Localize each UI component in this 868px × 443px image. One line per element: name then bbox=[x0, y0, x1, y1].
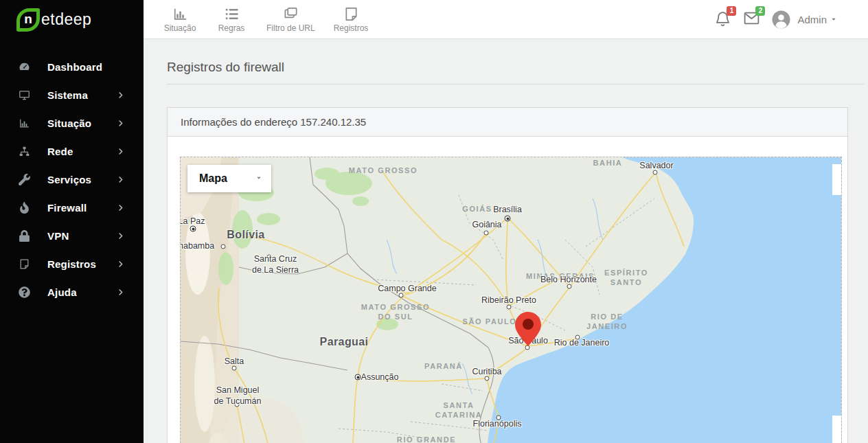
city-marker bbox=[575, 335, 580, 340]
netdeep-leaf-icon: n bbox=[16, 8, 40, 32]
file-icon bbox=[343, 5, 359, 22]
map-canvas[interactable]: MATO GROSSOBAHIASalvadorGOIÁSBrasíliaGoi… bbox=[180, 157, 842, 443]
topbar-shortcuts: Situação Regras Filtro de URL Registros bbox=[144, 5, 368, 33]
sidebar-item-situacao[interactable]: Situação bbox=[0, 109, 144, 137]
main-content: Registros do firewall Informações do end… bbox=[144, 39, 868, 443]
city-marker bbox=[232, 366, 237, 371]
topbar-right: 1 2 Admin bbox=[714, 10, 868, 30]
sidebar-item-sistema[interactable]: Sistema bbox=[0, 81, 144, 109]
bar-chart-icon bbox=[172, 5, 188, 22]
sidebar-item-firewall[interactable]: Firewall bbox=[0, 194, 144, 222]
brand-logo[interactable]: n etdeep bbox=[0, 0, 144, 39]
sidebar-item-label: Firewall bbox=[47, 202, 87, 214]
user-name: Admin bbox=[797, 14, 827, 25]
gauge-icon bbox=[19, 61, 31, 73]
city-marker bbox=[221, 245, 226, 249]
city-marker bbox=[653, 170, 658, 175]
map-type-control[interactable]: Mapa bbox=[187, 165, 271, 192]
city-marker bbox=[567, 284, 572, 289]
city-marker bbox=[355, 374, 361, 380]
topbar: Situação Regras Filtro de URL Registros bbox=[144, 0, 868, 39]
brand-text: etdeep bbox=[41, 10, 91, 29]
topbar-item-label: Regras bbox=[218, 23, 245, 33]
topbar-item-label: Situação bbox=[164, 23, 196, 33]
city-marker bbox=[267, 255, 272, 260]
panel-title: Informações do endereço 157.240.12.35 bbox=[168, 108, 847, 137]
application-window: { "brand": { "n": "n", "rest": "etdeep" … bbox=[0, 0, 868, 443]
city-marker bbox=[496, 416, 501, 420]
sidebar-item-dashboard[interactable]: Dashboard bbox=[0, 53, 144, 81]
messages-button[interactable]: 2 bbox=[743, 10, 760, 30]
topbar-item-registros[interactable]: Registros bbox=[334, 5, 369, 33]
sidebar-item-label: Ajuda bbox=[47, 286, 77, 298]
city-marker bbox=[505, 216, 511, 222]
zoom-control-partial[interactable] bbox=[832, 416, 841, 443]
title-divider bbox=[167, 84, 864, 84]
chevron-right-icon bbox=[117, 288, 124, 296]
fullscreen-control-partial[interactable] bbox=[832, 164, 841, 195]
sidebar-item-label: VPN bbox=[47, 230, 69, 242]
chevron-down-icon bbox=[830, 14, 838, 25]
caret-down-icon bbox=[255, 172, 263, 185]
flame-icon bbox=[19, 202, 31, 214]
messages-badge: 2 bbox=[755, 6, 765, 16]
bar-chart-icon bbox=[19, 117, 31, 130]
sidebar-item-label: Registros bbox=[47, 258, 96, 270]
sidebar-item-rede[interactable]: Rede bbox=[0, 137, 144, 166]
chevron-right-icon bbox=[117, 120, 124, 127]
sidebar-item-servicos[interactable]: Serviços bbox=[0, 166, 144, 194]
sidebar-item-label: Situação bbox=[47, 117, 91, 129]
map-artwork bbox=[181, 157, 841, 443]
sidebar-item-label: Dashboard bbox=[47, 61, 102, 73]
sidebar-item-ajuda[interactable]: Ajuda bbox=[0, 278, 144, 306]
chevron-right-icon bbox=[117, 204, 124, 212]
city-marker bbox=[235, 402, 240, 407]
notifications-button[interactable]: 1 bbox=[714, 10, 731, 30]
chevron-right-icon bbox=[117, 176, 124, 183]
chevron-right-icon bbox=[117, 232, 124, 240]
sidebar-item-vpn[interactable]: VPN bbox=[0, 222, 144, 250]
brand-n: n bbox=[24, 12, 32, 25]
chevron-right-icon bbox=[117, 91, 124, 99]
notification-badge: 1 bbox=[727, 6, 736, 16]
topbar-item-regras[interactable]: Regras bbox=[215, 5, 248, 33]
panel-body: MATO GROSSOBAHIASalvadorGOIÁSBrasíliaGoi… bbox=[168, 137, 847, 443]
sidebar-item-label: Sistema bbox=[47, 89, 88, 101]
city-marker bbox=[507, 305, 512, 310]
copy-icon bbox=[283, 5, 299, 22]
topbar-item-filtro-de-url[interactable]: Filtro de URL bbox=[266, 5, 315, 33]
topbar-item-label: Registros bbox=[334, 23, 369, 33]
lock-icon bbox=[19, 230, 31, 242]
sidebar-item-registros[interactable]: Registros bbox=[0, 250, 144, 278]
chevron-right-icon bbox=[117, 260, 124, 268]
question-icon bbox=[19, 286, 31, 299]
city-marker bbox=[399, 293, 404, 298]
map-type-label: Mapa bbox=[199, 172, 227, 185]
user-avatar-icon[interactable] bbox=[772, 10, 790, 29]
file-icon bbox=[19, 258, 31, 271]
wrench-icon bbox=[19, 174, 31, 186]
chevron-right-icon bbox=[117, 148, 124, 155]
topbar-item-label: Filtro de URL bbox=[266, 23, 315, 33]
sidebar: n etdeep Dashboard Sistema S bbox=[0, 0, 144, 443]
sidebar-item-label: Serviços bbox=[47, 174, 91, 185]
user-menu[interactable]: Admin bbox=[797, 14, 838, 25]
city-marker bbox=[484, 231, 489, 236]
city-marker bbox=[485, 376, 490, 381]
list-icon bbox=[224, 5, 240, 22]
location-pin-icon[interactable] bbox=[514, 311, 542, 347]
page-title: Registros do firewall bbox=[167, 60, 868, 75]
address-info-panel: Informações do endereço 157.240.12.35 bbox=[167, 107, 848, 443]
city-marker bbox=[190, 226, 196, 232]
monitor-icon bbox=[19, 89, 31, 102]
topbar-item-situacao[interactable]: Situação bbox=[163, 5, 196, 33]
network-icon bbox=[19, 146, 31, 158]
sidebar-menu: Dashboard Sistema Situação Re bbox=[0, 39, 144, 306]
sidebar-item-label: Rede bbox=[47, 146, 73, 157]
